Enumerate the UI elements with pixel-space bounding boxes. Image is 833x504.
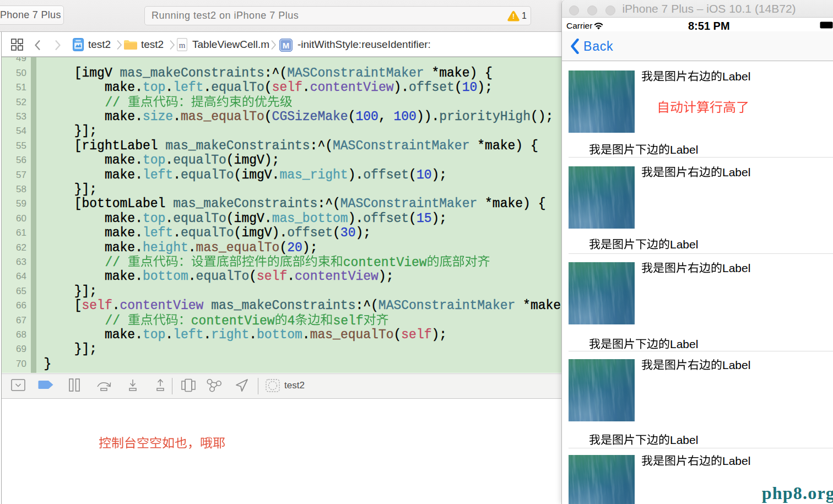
svg-text:contentView: contentView (191, 313, 274, 328)
svg-text:Label: Label (670, 143, 698, 155)
svg-text:Label: Label (722, 165, 750, 178)
svg-text://: // (105, 313, 127, 328)
svg-text:m: m (179, 41, 186, 50)
svg-text:Label: Label (722, 262, 750, 274)
svg-text:Label: Label (670, 338, 698, 350)
svg-text:Label: Label (722, 69, 750, 82)
svg-text:4: 4 (287, 313, 295, 328)
svg-text:self: self (333, 313, 363, 328)
svg-text:contentView: contentView (343, 256, 426, 270)
svg-text:!: ! (512, 13, 515, 20)
svg-text:M: M (283, 41, 290, 50)
svg-text://: // (105, 95, 127, 110)
svg-text:Label: Label (722, 454, 750, 467)
svg-text:Label: Label (670, 433, 698, 446)
svg-text://: // (105, 256, 127, 270)
svg-text:Label: Label (722, 358, 750, 371)
svg-text:Label: Label (670, 237, 698, 250)
